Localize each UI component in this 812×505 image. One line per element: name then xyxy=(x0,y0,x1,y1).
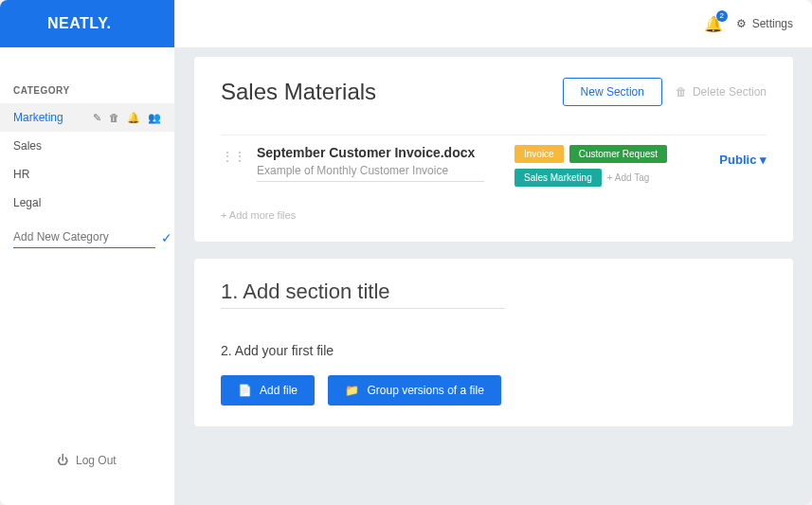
folder-icon: 📁 xyxy=(345,384,359,397)
share-icon[interactable]: 👥 xyxy=(148,112,161,124)
section-title: Sales Materials xyxy=(221,79,376,105)
sidebar-item-label: Sales xyxy=(13,139,42,153)
notify-icon[interactable]: 🔔 xyxy=(127,112,140,124)
file-row: ⋮⋮ September Customer Invoice.docx Examp… xyxy=(221,135,767,187)
new-section-card: 1. Add section title 2. Add your first f… xyxy=(194,259,793,426)
sidebar-item-label: HR xyxy=(13,168,29,181)
visibility-label: Public xyxy=(719,153,756,167)
tag-invoice[interactable]: Invoice xyxy=(514,145,564,163)
add-category-row: ✓ ✕ xyxy=(0,217,174,258)
tag-sales-marketing[interactable]: Sales Marketing xyxy=(514,169,602,187)
sidebar-item-label: Marketing xyxy=(13,111,63,124)
file-name[interactable]: September Customer Invoice.docx xyxy=(257,145,484,164)
tag-customer-request[interactable]: Customer Request xyxy=(569,145,667,163)
app-root: NEATLY. CATEGORY Marketing ✎ 🗑 🔔 👥 Sales… xyxy=(0,0,812,505)
edit-icon[interactable]: ✎ xyxy=(93,112,101,124)
file-tags: Invoice Customer Request Sales Marketing… xyxy=(496,145,708,187)
brand-logo[interactable]: NEATLY. xyxy=(0,0,174,47)
category-heading: CATEGORY xyxy=(0,47,174,103)
settings-button[interactable]: ⚙ Settings xyxy=(736,17,793,30)
group-versions-button[interactable]: 📁 Group versions of a file xyxy=(328,375,500,406)
add-file-button[interactable]: 📄 Add file xyxy=(221,375,315,406)
trash-icon: 🗑 xyxy=(676,85,687,99)
power-icon: ⏻ xyxy=(57,454,68,467)
logout-button[interactable]: ⏻ Log Out xyxy=(0,435,174,505)
visibility-toggle[interactable]: Public ▾ xyxy=(719,145,767,167)
delete-section-label: Delete Section xyxy=(693,85,767,99)
notification-badge: 2 xyxy=(716,10,728,22)
drag-handle-icon[interactable]: ⋮⋮ xyxy=(221,149,245,164)
new-section-title-input[interactable]: 1. Add section title xyxy=(221,280,505,309)
sidebar: NEATLY. CATEGORY Marketing ✎ 🗑 🔔 👥 Sales… xyxy=(0,0,175,505)
topbar: 🔔 2 ⚙ Settings xyxy=(175,0,812,47)
sidebar-item-legal[interactable]: Legal xyxy=(0,189,174,217)
section-actions: New Section 🗑 Delete Section xyxy=(563,78,767,106)
notifications-button[interactable]: 🔔 2 xyxy=(704,15,723,33)
confirm-icon[interactable]: ✓ xyxy=(161,230,172,245)
logout-label: Log Out xyxy=(76,454,117,467)
settings-label: Settings xyxy=(752,17,793,30)
sidebar-item-sales[interactable]: Sales xyxy=(0,132,174,160)
new-section-subtitle: 2. Add your first file xyxy=(221,343,767,358)
section-card: Sales Materials New Section 🗑 Delete Sec… xyxy=(194,57,793,242)
new-section-button[interactable]: New Section xyxy=(563,78,662,106)
file-description[interactable]: Example of Monthly Customer Invoice xyxy=(257,164,484,182)
delete-section-button[interactable]: 🗑 Delete Section xyxy=(676,85,767,99)
sidebar-item-hr[interactable]: HR xyxy=(0,160,174,189)
file-icon: 📄 xyxy=(238,384,252,397)
add-more-files-button[interactable]: + Add more files xyxy=(221,209,767,221)
add-tag-button[interactable]: + Add Tag xyxy=(607,172,650,183)
gear-icon: ⚙ xyxy=(736,17,747,30)
delete-icon[interactable]: 🗑 xyxy=(109,112,119,123)
main-content: Sales Materials New Section 🗑 Delete Sec… xyxy=(175,0,812,505)
chevron-down-icon: ▾ xyxy=(760,153,767,167)
new-section-actions: 📄 Add file 📁 Group versions of a file xyxy=(221,375,767,406)
add-file-label: Add file xyxy=(260,384,298,397)
category-item-actions: ✎ 🗑 🔔 👥 xyxy=(93,112,161,124)
category-list: Marketing ✎ 🗑 🔔 👥 Sales HR Legal xyxy=(0,103,174,217)
add-category-input[interactable] xyxy=(13,226,155,248)
group-versions-label: Group versions of a file xyxy=(367,384,483,397)
sidebar-item-marketing[interactable]: Marketing ✎ 🗑 🔔 👥 xyxy=(0,103,174,132)
sidebar-item-label: Legal xyxy=(13,196,41,209)
file-info: September Customer Invoice.docx Example … xyxy=(257,145,484,182)
section-header: Sales Materials New Section 🗑 Delete Sec… xyxy=(221,78,767,106)
